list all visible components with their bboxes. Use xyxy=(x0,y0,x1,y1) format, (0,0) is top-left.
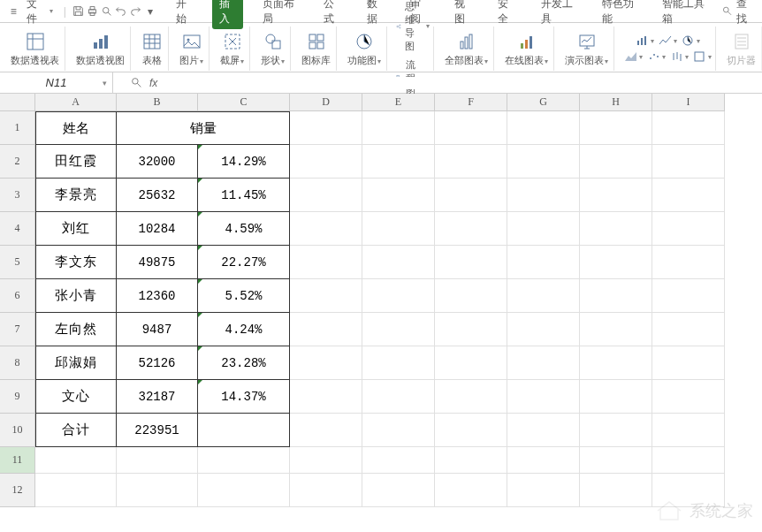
cell[interactable] xyxy=(580,414,652,447)
cell-name[interactable]: 邱淑娟 xyxy=(35,346,117,380)
cell-value[interactable]: 32000 xyxy=(117,145,198,179)
cell[interactable] xyxy=(435,474,507,507)
cell[interactable] xyxy=(507,414,580,447)
cell[interactable] xyxy=(117,474,198,507)
tab-smarttools[interactable]: 智能工具箱 xyxy=(655,0,712,29)
row-header[interactable]: 9 xyxy=(0,380,35,414)
cell-name[interactable]: 文心 xyxy=(35,380,117,414)
name-box[interactable]: N11 ▾ xyxy=(0,72,113,93)
formula-input[interactable] xyxy=(164,77,762,89)
cell-name[interactable]: 李景亮 xyxy=(35,179,117,212)
cell[interactable] xyxy=(580,179,652,212)
undo-icon[interactable] xyxy=(115,4,127,19)
cell[interactable] xyxy=(290,145,362,179)
rib-screenshot[interactable]: 截屏▾ xyxy=(215,27,250,71)
cell-total-blank[interactable] xyxy=(198,414,290,447)
cell[interactable] xyxy=(652,380,725,414)
cell[interactable] xyxy=(290,246,362,279)
cell[interactable] xyxy=(435,246,507,279)
cell[interactable] xyxy=(580,346,652,380)
cell[interactable] xyxy=(435,380,507,414)
cell-sales-header[interactable]: 销量 xyxy=(117,111,290,145)
row-header[interactable]: 6 xyxy=(0,279,35,313)
cell[interactable] xyxy=(362,246,435,279)
dropdown-icon[interactable]: ▾ xyxy=(143,4,156,19)
row-header[interactable]: 3 xyxy=(0,179,35,212)
col-header-G[interactable]: G xyxy=(507,94,580,111)
cell[interactable] xyxy=(362,346,435,380)
cell-percent[interactable]: 11.45% xyxy=(198,179,290,212)
tab-formula[interactable]: 公式 xyxy=(316,0,347,29)
cell-value[interactable]: 49875 xyxy=(117,246,198,279)
tab-view[interactable]: 视图 xyxy=(447,0,478,29)
rib-funcchart[interactable]: 功能图▾ xyxy=(342,27,387,71)
rib-pivot-chart[interactable]: 数据透视图 xyxy=(71,27,131,71)
row-header[interactable]: 11 xyxy=(0,447,35,474)
cell-name-header[interactable]: 姓名 xyxy=(35,111,117,145)
cell-name[interactable]: 田红霞 xyxy=(35,145,117,179)
preview-icon[interactable] xyxy=(101,4,113,19)
cell-percent[interactable]: 4.59% xyxy=(198,212,290,246)
cell[interactable] xyxy=(362,279,435,313)
cell[interactable] xyxy=(435,145,507,179)
cell[interactable] xyxy=(362,111,435,145)
cell-value[interactable]: 12360 xyxy=(117,279,198,313)
cell[interactable] xyxy=(435,279,507,313)
save-icon[interactable] xyxy=(72,4,84,19)
cell[interactable] xyxy=(435,447,507,474)
cell[interactable] xyxy=(507,313,580,346)
cell[interactable] xyxy=(435,313,507,346)
cell[interactable] xyxy=(435,111,507,145)
select-all-corner[interactable] xyxy=(0,94,35,111)
file-menu[interactable]: 文件 ▾ xyxy=(21,0,57,27)
rib-slicer[interactable]: 切片器 xyxy=(721,27,762,71)
spark-pie-icon[interactable]: ▾ xyxy=(681,33,700,49)
cell-value[interactable]: 52126 xyxy=(117,346,198,380)
spark-stock-icon[interactable]: ▾ xyxy=(669,49,689,65)
cell[interactable] xyxy=(290,414,362,447)
cell[interactable] xyxy=(652,346,725,380)
cell[interactable] xyxy=(580,447,652,474)
cell[interactable] xyxy=(290,279,362,313)
tab-insert[interactable]: 插入 xyxy=(212,0,243,29)
cell-name[interactable]: 左向然 xyxy=(35,313,117,346)
row-header[interactable]: 2 xyxy=(0,145,35,179)
tab-pagelayout[interactable]: 页面布局 xyxy=(255,0,304,29)
cell[interactable] xyxy=(507,279,580,313)
cell[interactable] xyxy=(580,474,652,507)
cell[interactable] xyxy=(290,380,362,414)
cell[interactable] xyxy=(290,212,362,246)
cell-percent[interactable]: 4.24% xyxy=(198,313,290,346)
col-header-F[interactable]: F xyxy=(435,94,507,111)
cell[interactable] xyxy=(652,111,725,145)
spark-bar-icon[interactable]: ▾ xyxy=(635,33,654,49)
tab-start[interactable]: 开始 xyxy=(169,0,200,29)
cell[interactable] xyxy=(290,346,362,380)
cell[interactable] xyxy=(652,145,725,179)
cell[interactable] xyxy=(580,313,652,346)
cell[interactable] xyxy=(507,447,580,474)
rib-pivot-table[interactable]: 数据透视表 xyxy=(5,27,65,71)
cell-percent[interactable]: 22.27% xyxy=(198,246,290,279)
print-icon[interactable] xyxy=(86,4,98,19)
cell[interactable] xyxy=(652,447,725,474)
cell[interactable] xyxy=(652,212,725,246)
cell-percent[interactable]: 23.28% xyxy=(198,346,290,380)
cell[interactable] xyxy=(435,346,507,380)
cell[interactable] xyxy=(362,179,435,212)
cell[interactable] xyxy=(652,179,725,212)
cell[interactable] xyxy=(290,313,362,346)
col-header-I[interactable]: I xyxy=(652,94,725,111)
mindmap-button[interactable]: 思维导图▾ xyxy=(396,0,430,53)
cell[interactable] xyxy=(290,179,362,212)
cell-percent[interactable]: 14.37% xyxy=(198,380,290,414)
fx-icon[interactable]: fx xyxy=(149,77,157,89)
row-header[interactable]: 5 xyxy=(0,246,35,279)
cell-percent[interactable]: 5.52% xyxy=(198,279,290,313)
zoom-icon[interactable] xyxy=(131,77,142,88)
cell[interactable] xyxy=(362,313,435,346)
cell[interactable] xyxy=(580,279,652,313)
rib-shapes[interactable]: 形状▾ xyxy=(255,27,291,71)
col-header-H[interactable]: H xyxy=(580,94,652,111)
cell[interactable] xyxy=(507,346,580,380)
